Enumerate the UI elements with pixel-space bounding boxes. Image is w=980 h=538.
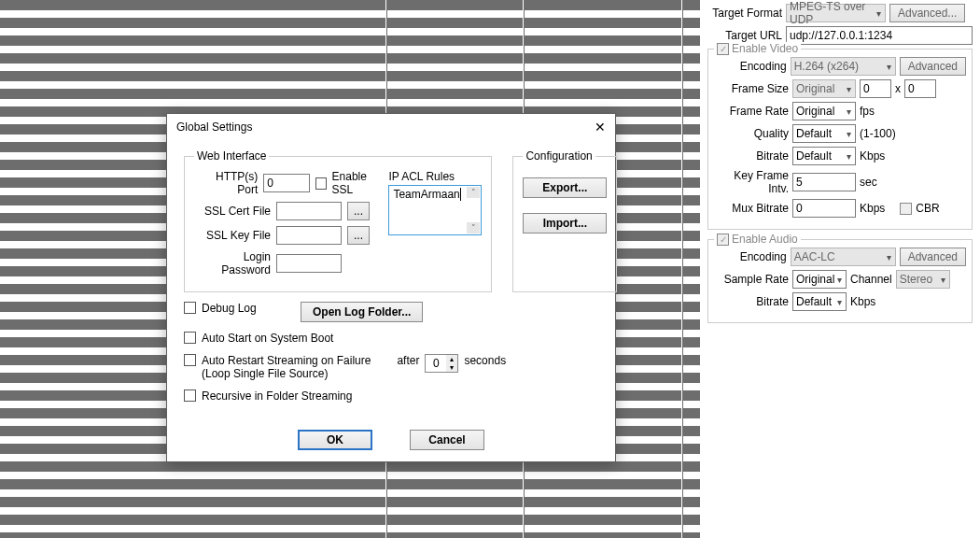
global-settings-dialog: Global Settings ✕ Web Interface HTTP(s) …: [166, 113, 616, 462]
cbr-label: CBR: [916, 202, 939, 215]
chevron-down-icon: ▾: [837, 297, 842, 307]
enable-ssl-label: Enable SSL: [332, 170, 382, 196]
video-bitrate-select[interactable]: Default▾: [792, 147, 856, 165]
ssl-cert-label: SSL Cert File: [194, 205, 271, 218]
after-label: after: [397, 354, 419, 367]
video-advanced-button[interactable]: Advanced: [900, 57, 966, 76]
sample-rate-label: Sample Rate: [714, 273, 789, 286]
enable-audio-checkbox[interactable]: [717, 234, 729, 246]
keyframe-input[interactable]: [792, 173, 856, 191]
advanced-button[interactable]: Advanced...: [889, 4, 965, 22]
video-encoding-select[interactable]: H.264 (x264)▾: [791, 57, 896, 76]
audio-bitrate-select[interactable]: Default▾: [792, 292, 847, 311]
ip-acl-label: IP ACL Rules: [388, 170, 482, 183]
channel-label: Channel: [850, 273, 892, 286]
debug-log-checkbox[interactable]: [184, 302, 196, 314]
frame-height-input[interactable]: [904, 79, 936, 98]
ssl-key-browse-button[interactable]: ...: [347, 226, 370, 245]
enable-ssl-checkbox[interactable]: [315, 177, 326, 190]
after-seconds-spinner[interactable]: 0 ▴▾: [425, 354, 458, 373]
debug-log-label: Debug Log: [202, 302, 295, 315]
spinner-up-icon[interactable]: ▴: [446, 355, 457, 363]
enable-video-checkbox[interactable]: [717, 43, 729, 55]
target-format-select[interactable]: MPEG-TS over UDP▾: [786, 4, 886, 22]
mux-bitrate-unit: Kbps: [860, 202, 885, 215]
chevron-down-icon: ▾: [847, 106, 851, 117]
chevron-down-icon: ▾: [837, 275, 842, 285]
frame-size-x: x: [895, 82, 901, 95]
audio-encoding-label: Encoding: [714, 250, 787, 263]
spinner-down-icon[interactable]: ▾: [446, 363, 457, 372]
scroll-up-icon[interactable]: ˄: [467, 187, 480, 198]
sample-rate-select[interactable]: Original▾: [792, 270, 847, 289]
scroll-down-icon[interactable]: ˅: [467, 222, 480, 234]
ssl-cert-input[interactable]: [276, 202, 342, 220]
quality-label: Quality: [714, 127, 789, 140]
frame-width-input[interactable]: [860, 79, 891, 98]
auto-restart-checkbox[interactable]: [184, 354, 196, 366]
audio-bitrate-label: Bitrate: [714, 295, 789, 308]
video-bitrate-unit: Kbps: [860, 149, 885, 163]
import-button[interactable]: Import...: [523, 213, 607, 234]
enable-audio-label: Enable Audio: [732, 233, 798, 246]
ssl-key-label: SSL Key File: [194, 229, 271, 242]
keyframe-unit: sec: [860, 176, 877, 189]
dialog-title: Global Settings: [176, 120, 252, 134]
configuration-group: Configuration Export... Import...: [512, 149, 617, 292]
frame-size-label: Frame Size: [714, 82, 789, 95]
recursive-checkbox[interactable]: [184, 389, 196, 402]
ok-button[interactable]: OK: [298, 430, 372, 450]
enable-video-label: Enable Video: [732, 42, 798, 55]
ssl-cert-browse-button[interactable]: ...: [347, 202, 370, 220]
audio-advanced-button[interactable]: Advanced: [900, 248, 966, 266]
frame-rate-select[interactable]: Original▾: [792, 102, 856, 120]
close-icon[interactable]: ✕: [595, 120, 606, 134]
enable-video-group: Enable Video Encoding H.264 (x264)▾ Adva…: [707, 49, 973, 230]
after-value: 0: [426, 357, 446, 370]
login-password-label: Login Password: [194, 250, 271, 276]
chevron-down-icon: ▾: [847, 129, 851, 139]
ssl-key-input[interactable]: [276, 226, 342, 245]
http-port-input[interactable]: [263, 174, 310, 192]
chevron-down-icon: ▾: [887, 62, 891, 72]
frame-rate-label: Frame Rate: [714, 105, 789, 118]
seconds-label: seconds: [464, 354, 506, 367]
quality-select[interactable]: Default▾: [792, 124, 856, 143]
target-url-input[interactable]: [786, 26, 973, 45]
keyframe-label: Key Frame Intv.: [714, 169, 789, 195]
quality-hint: (1-100): [860, 127, 896, 140]
target-format-label: Target Format: [707, 7, 782, 20]
http-port-label: HTTP(s) Port: [194, 170, 258, 196]
target-panel: Target Format MPEG-TS over UDP▾ Advanced…: [700, 0, 980, 538]
open-log-folder-button[interactable]: Open Log Folder...: [301, 302, 423, 322]
configuration-legend: Configuration: [523, 149, 595, 163]
enable-audio-group: Enable Audio Encoding AAC-LC▾ Advanced S…: [707, 239, 973, 323]
video-encoding-label: Encoding: [714, 60, 787, 73]
fps-unit: fps: [860, 105, 875, 118]
mux-bitrate-label: Mux Bitrate: [714, 202, 789, 215]
chevron-down-icon: ▾: [847, 84, 851, 94]
cancel-button[interactable]: Cancel: [410, 430, 484, 450]
mux-bitrate-input[interactable]: [792, 199, 856, 218]
target-url-label: Target URL: [707, 29, 782, 42]
chevron-down-icon: ▾: [847, 151, 851, 162]
web-interface-group: Web Interface HTTP(s) Port Enable SSL SS…: [184, 149, 492, 292]
audio-bitrate-unit: Kbps: [850, 295, 875, 308]
chevron-down-icon: ▾: [887, 252, 891, 262]
auto-start-checkbox[interactable]: [184, 332, 196, 344]
auto-start-label: Auto Start on System Boot: [202, 332, 333, 345]
recursive-label: Recursive in Folder Streaming: [202, 389, 352, 403]
video-bitrate-label: Bitrate: [714, 149, 789, 163]
ip-acl-textarea[interactable]: TeamArmaan ˄ ˅: [388, 185, 482, 235]
frame-size-select[interactable]: Original▾: [792, 79, 856, 98]
login-password-input[interactable]: [276, 254, 342, 273]
cbr-checkbox[interactable]: [900, 203, 912, 215]
export-button[interactable]: Export...: [523, 177, 607, 198]
chevron-down-icon: ▾: [876, 8, 881, 19]
auto-restart-label: Auto Restart Streaming on Failure (Loop …: [202, 354, 371, 380]
audio-encoding-select[interactable]: AAC-LC▾: [791, 248, 896, 266]
chevron-down-icon: ▾: [941, 275, 945, 285]
web-interface-legend: Web Interface: [194, 149, 269, 163]
channel-select[interactable]: Stereo▾: [896, 270, 950, 289]
ip-acl-value: TeamArmaan: [393, 188, 459, 201]
